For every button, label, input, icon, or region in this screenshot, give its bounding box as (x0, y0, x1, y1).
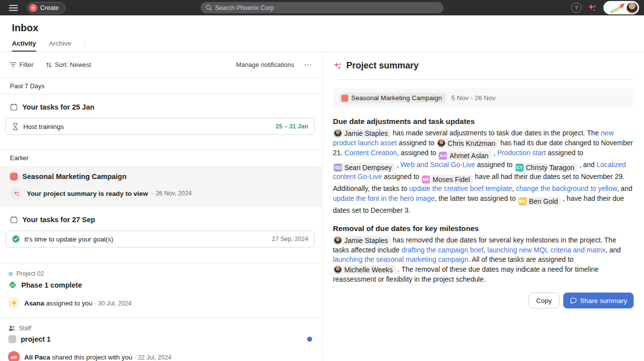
task-link[interactable]: update the creative brief template (409, 184, 512, 192)
project-summary-panel: Project summary Seasonal Marketing Campa… (322, 52, 644, 361)
summary-paragraph: Jamie Staples has removed the due dates … (333, 236, 634, 285)
group-tasks-27-sep: Your tasks for 27 Sep It's time to updat… (0, 207, 322, 263)
task-link[interactable]: drafting the campaign brief (401, 246, 483, 254)
summary-actions: Copy Share summary (333, 293, 634, 308)
sort-button[interactable]: Sort: Newest (46, 61, 91, 68)
activity-date: · 22 Jul, 2024 (134, 354, 171, 361)
user-chip[interactable]: Michelle Weeks (333, 265, 396, 274)
task-date: 27 Sep, 2024 (272, 236, 308, 242)
tab-separator (84, 41, 85, 49)
plus-icon: + (29, 4, 37, 12)
user-chip[interactable]: Jamie Staples (333, 129, 391, 138)
ai-sparkle-icon[interactable] (588, 3, 597, 13)
user-name: Chris Krutzman (448, 139, 495, 147)
user-avatar: AA (439, 152, 447, 160)
user-chip[interactable]: SDSean Dempsey (333, 163, 395, 172)
more-options-icon[interactable]: ··· (304, 61, 312, 68)
user-chip[interactable]: Chris Krutzman (436, 139, 498, 148)
project-02-label-row: Project 02 (0, 263, 322, 277)
unread-indicator-dot (307, 337, 312, 342)
summary-title: Project summary (346, 60, 419, 71)
asana-assigned-row[interactable]: Asana assigned to you · 30 Jul, 2024 (0, 289, 322, 317)
user-avatar (437, 139, 445, 147)
user-avatar: SD (334, 164, 342, 172)
create-button[interactable]: + Create (27, 2, 65, 14)
project-icon (8, 335, 16, 343)
staff-label-row: Staff (0, 318, 322, 332)
task-title: Host trainings (23, 123, 64, 130)
copy-button[interactable]: Copy (529, 293, 559, 308)
task-card-update-goals[interactable]: It's time to update your goal(s) 27 Sep,… (5, 231, 315, 247)
section-earlier: Earlier (0, 150, 322, 166)
user-name: Ben Gold (529, 197, 558, 205)
user-name: Moses Fidel (432, 176, 470, 183)
manage-notifications-link[interactable]: Manage notifications (236, 61, 294, 68)
project-date-range: 5 Nov - 26 Nov (451, 94, 495, 102)
search-input[interactable] (215, 4, 438, 11)
share-summary-label: Share summary (580, 297, 627, 304)
user-chip[interactable]: MFMoses Fidel (421, 175, 473, 184)
inbox-toolbar: Filter Sort: Newest Manage notifications… (0, 52, 322, 78)
hourglass-icon (12, 123, 19, 130)
project-banner: Seasonal Marketing Campaign 5 Nov - 26 N… (333, 88, 634, 108)
group-tasks-25-jan: Your tasks for 25 Jan Host trainings 25 … (0, 94, 322, 150)
tasks-25-jan-header: Your tasks for 25 Jan (0, 94, 322, 111)
project-color-dot (8, 272, 13, 276)
user-name: Jamie Staples (344, 237, 388, 244)
filter-label: Filter (19, 61, 33, 68)
phase-1-complete-row[interactable]: Phase 1 complete (0, 277, 322, 289)
activity-date: · 30 Jul, 2024 (94, 300, 131, 307)
group-project-02: Project 02 Phase 1 complete Asana assign… (0, 263, 322, 318)
task-title: It's time to update your goal(s) (24, 236, 113, 243)
project-chip[interactable]: Seasonal Marketing Campaign (339, 93, 446, 103)
user-chip[interactable]: BGBen Gold (518, 197, 561, 206)
inbox-list: Filter Sort: Newest Manage notifications… (0, 52, 322, 361)
milestone-title: Phase 1 complete (21, 281, 82, 289)
page-title: Inbox (12, 22, 632, 34)
notification-date: · 26 Nov, 2024 (152, 190, 192, 197)
project-name: Seasonal Marketing Campaign (22, 173, 126, 180)
activity-note: assigned to you (44, 300, 93, 307)
section-heading: Removal of due dates for key milestones (333, 224, 634, 233)
user-avatar (334, 129, 342, 137)
user-avatar (627, 2, 638, 13)
project-icon (10, 173, 18, 180)
task-link[interactable]: Production start (497, 149, 546, 157)
calendar-icon (10, 216, 18, 224)
phoenix-graphic-icon (609, 2, 626, 14)
notification-project-summary[interactable]: Seasonal Marketing Campaign Your project… (0, 166, 322, 207)
project-1-row[interactable]: project 1 (0, 332, 322, 343)
task-link[interactable]: Web and Social Go-Live (400, 161, 475, 169)
tab-archive[interactable]: Archive (49, 40, 71, 52)
task-link[interactable]: update the font in the hero image (333, 194, 434, 202)
user-chip[interactable]: AAAhmet Aslan (438, 151, 491, 160)
summary-paragraph: Jamie Staples has made several adjustmen… (333, 128, 634, 216)
help-icon[interactable]: ? (571, 2, 582, 13)
task-link[interactable]: launching new MQL criteria and matrix (487, 246, 605, 254)
tab-activity[interactable]: Activity (12, 40, 36, 52)
filter-button[interactable]: Filter (10, 61, 33, 68)
actor-name: Ali Paca (24, 354, 50, 361)
section-past-7-days: Past 7 Days (0, 78, 322, 94)
shared-project-row[interactable]: AP Ali Paca shared this project with you… (0, 343, 322, 361)
task-link[interactable]: launching the seasonal marketing campaig… (333, 255, 468, 263)
user-name: Ahmet Aslan (449, 152, 488, 160)
task-link[interactable]: Content Creation (344, 149, 397, 157)
project-1-title: project 1 (21, 335, 51, 343)
task-card-host-trainings[interactable]: Host trainings 25 – 31 Jan (5, 118, 315, 135)
user-chip[interactable]: CTChristy Taragon (515, 163, 578, 172)
user-chip[interactable]: Jamie Staples (333, 236, 391, 245)
hamburger-menu-icon[interactable] (5, 0, 22, 15)
user-menu[interactable] (603, 1, 639, 14)
user-avatar (334, 266, 342, 274)
share-summary-button[interactable]: Share summary (563, 293, 634, 308)
tasks-25-jan-title: Your tasks for 25 Jan (22, 103, 95, 111)
tab-bar: Activity Archive (12, 39, 632, 52)
filter-icon (10, 62, 16, 67)
sort-label: Sort: Newest (54, 61, 91, 68)
task-link[interactable]: change the background to yellow (516, 184, 617, 192)
divider (333, 79, 634, 80)
search-bar[interactable] (201, 2, 443, 13)
tasks-27-sep-title: Your tasks for 27 Sep (22, 216, 95, 224)
tasks-27-sep-header: Your tasks for 27 Sep (0, 207, 322, 224)
